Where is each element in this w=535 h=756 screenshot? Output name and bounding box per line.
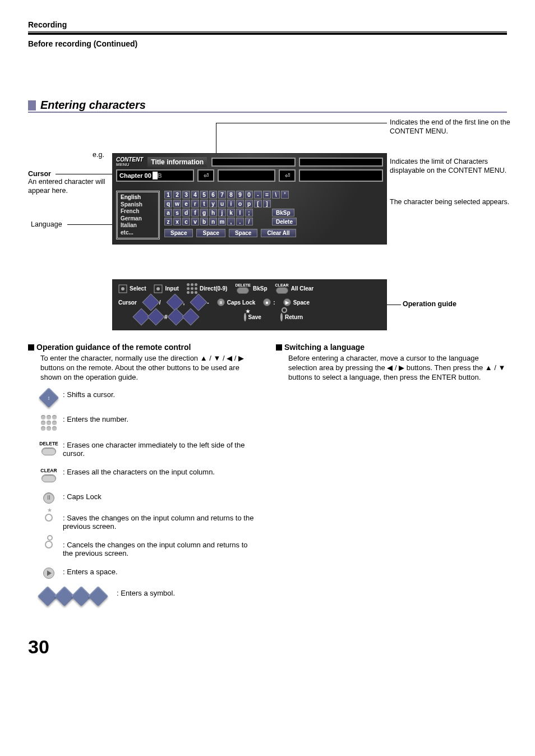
func-text: : Enters a space. xyxy=(63,568,118,576)
kb-row: zxcvbnm,./ Delete xyxy=(164,218,383,225)
key[interactable]: 9 xyxy=(236,191,244,199)
key[interactable]: u xyxy=(218,200,226,208)
key[interactable]: 7 xyxy=(218,191,226,199)
overflow-input[interactable] xyxy=(218,169,275,182)
key[interactable]: m xyxy=(218,218,226,225)
key[interactable]: j xyxy=(218,209,226,216)
kb-row: 1234567890-=\' xyxy=(164,191,383,199)
guide-row: Cursor / , - II Caps Lock xyxy=(118,296,381,308)
key[interactable]: n xyxy=(209,218,217,225)
page-number: 30 xyxy=(28,636,507,658)
func-text: : Erases one character immediately to th… xyxy=(63,441,259,458)
guide-label: Return xyxy=(285,314,303,320)
pill-label: CLEAR xyxy=(40,468,57,473)
osd-panel: CONTENT MENU Title information Chapter 0… xyxy=(112,153,387,245)
chapter-input[interactable]: Chapter 00B xyxy=(116,169,194,182)
key[interactable]: z xyxy=(164,218,172,225)
key[interactable]: s xyxy=(173,209,181,216)
delete-button-icon: DELETE xyxy=(40,441,57,455)
space-key[interactable]: Space xyxy=(196,229,225,237)
key[interactable]: \ xyxy=(272,191,280,199)
key[interactable]: 1 xyxy=(164,191,172,199)
key[interactable]: g xyxy=(200,209,208,216)
guide-pill-label: CLEAR xyxy=(275,283,289,287)
key[interactable]: , xyxy=(227,218,235,225)
lang-item[interactable]: etc... xyxy=(121,229,155,237)
func-space: : Enters a space. xyxy=(40,568,259,579)
key[interactable]: e xyxy=(182,200,190,208)
pill-label: DELETE xyxy=(39,441,58,446)
key[interactable]: 6 xyxy=(209,191,217,199)
key[interactable]: / xyxy=(245,218,253,225)
key[interactable]: ; xyxy=(245,209,253,216)
key[interactable]: ' xyxy=(281,191,289,199)
lang-item[interactable]: English xyxy=(121,194,155,201)
key[interactable]: [ xyxy=(254,200,262,208)
guide-save: ★ Save xyxy=(244,314,261,320)
guide-label: Input xyxy=(165,285,178,292)
key[interactable]: y xyxy=(209,200,217,208)
key[interactable]: l xyxy=(236,209,244,216)
key[interactable]: = xyxy=(263,191,271,199)
osd-logo: CONTENT MENU xyxy=(116,157,143,167)
space-key[interactable]: Space xyxy=(229,229,257,237)
key[interactable]: o xyxy=(236,200,244,208)
key[interactable]: ] xyxy=(263,200,271,208)
key[interactable]: 4 xyxy=(191,191,199,199)
text-cursor xyxy=(153,172,158,179)
svg-point-1 xyxy=(121,287,124,291)
key[interactable]: v xyxy=(191,218,199,225)
right-heading: Switching a language xyxy=(276,343,507,352)
key[interactable]: 8 xyxy=(227,191,235,199)
diamond-icon xyxy=(147,308,164,325)
guide-pill-label: DELETE xyxy=(235,283,251,287)
key[interactable]: b xyxy=(200,218,208,225)
key[interactable]: 3 xyxy=(182,191,190,199)
key[interactable]: w xyxy=(173,200,181,208)
annot-limit: Indicates the limit of Characters displa… xyxy=(390,158,513,175)
guide-label: - xyxy=(207,299,209,306)
key[interactable]: . xyxy=(236,218,244,225)
diamond-icon xyxy=(190,293,207,311)
key[interactable]: c xyxy=(182,218,190,225)
key[interactable]: i xyxy=(227,200,235,208)
key[interactable]: - xyxy=(254,191,262,199)
key[interactable]: 0 xyxy=(245,191,253,199)
numpad-icon xyxy=(40,415,57,431)
delete-key[interactable]: Delete xyxy=(272,218,297,225)
key[interactable]: r xyxy=(191,200,199,208)
category-label: Recording xyxy=(28,20,507,32)
func-cancel: : Cancels the changes on the input colum… xyxy=(40,541,259,557)
func-shift-cursor: ↕ : Shifts a cursor. xyxy=(40,390,259,405)
key[interactable]: p xyxy=(245,200,253,208)
lang-item[interactable]: Spanish xyxy=(121,201,155,209)
space-key[interactable]: Space xyxy=(164,229,193,237)
bksp-key[interactable]: BkSp xyxy=(272,209,294,216)
func-text: : Caps Lock xyxy=(63,492,102,501)
key[interactable]: x xyxy=(173,218,181,225)
annot-cursor-desc: An entered character will appear here. xyxy=(28,178,109,195)
key[interactable]: 5 xyxy=(200,191,208,199)
title-input-1[interactable] xyxy=(211,158,296,167)
key[interactable]: a xyxy=(164,209,172,216)
guide-row: # ★ Save Return xyxy=(118,311,381,323)
subhead: Before recording (Continued) xyxy=(28,39,507,48)
key[interactable]: f xyxy=(191,209,199,216)
lang-item[interactable]: German xyxy=(121,215,155,223)
lang-item[interactable]: French xyxy=(121,208,155,215)
key[interactable]: k xyxy=(227,209,235,216)
guide-cursor: Cursor xyxy=(118,299,137,306)
guide-colon: ■ : xyxy=(263,298,275,306)
guide-label: BkSp xyxy=(253,285,268,292)
title-input-2[interactable] xyxy=(299,158,383,167)
key[interactable]: 2 xyxy=(173,191,181,199)
key[interactable]: h xyxy=(209,209,217,216)
osd-logo-sub: MENU xyxy=(116,163,143,167)
key[interactable]: d xyxy=(182,209,190,216)
key[interactable]: t xyxy=(200,200,208,208)
language-list[interactable]: English Spanish French German Italian et… xyxy=(116,191,160,239)
clear-all-key[interactable]: Clear All xyxy=(261,229,296,237)
lang-item[interactable]: Italian xyxy=(121,222,155,229)
key[interactable]: q xyxy=(164,200,172,208)
left-column: Operation guidance of the remote control… xyxy=(28,343,259,614)
